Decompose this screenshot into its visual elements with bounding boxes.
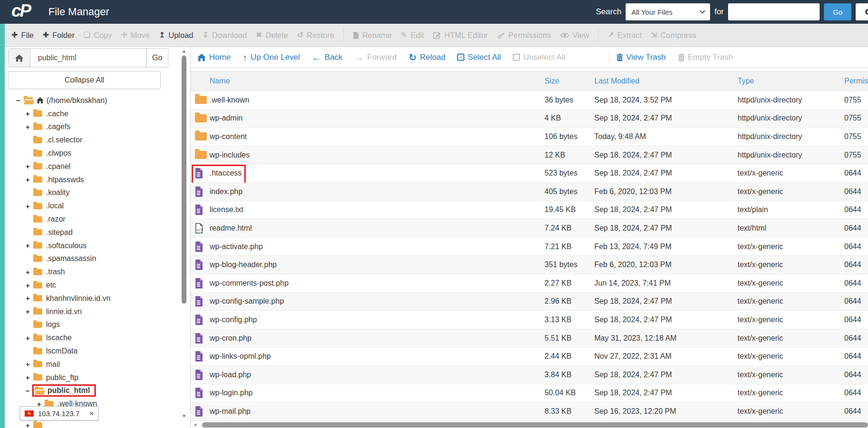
expand-toggle-icon[interactable]: + <box>26 373 33 381</box>
expand-toggle-icon[interactable]: + <box>26 162 33 170</box>
table-row-wp-admin[interactable]: wp-admin4 KBSep 18, 2024, 2:47 PMhttpd/u… <box>191 110 868 128</box>
nav-button-home[interactable]: Home <box>197 53 231 62</box>
file-name[interactable]: index.php <box>210 187 545 196</box>
file-name[interactable]: .htaccess <box>210 169 545 177</box>
tree-item-trash[interactable]: +.trash <box>5 265 181 279</box>
expand-toggle-icon[interactable]: + <box>26 281 33 289</box>
tree-item-logs[interactable]: logs <box>5 318 181 332</box>
column-header-type[interactable]: Type <box>738 77 844 85</box>
expand-toggle-icon[interactable]: + <box>26 110 33 118</box>
column-header-name[interactable]: Name <box>210 77 545 85</box>
close-icon[interactable]: × <box>89 409 94 418</box>
file-name[interactable]: wp-includes <box>210 151 545 159</box>
expand-toggle-icon[interactable]: + <box>26 360 33 368</box>
scrollbar-thumb[interactable] <box>202 422 868 428</box>
expand-toggle-icon[interactable]: + <box>26 307 33 316</box>
collapse-all-button[interactable]: Collapse All <box>8 71 161 89</box>
expand-toggle-icon[interactable]: + <box>26 421 33 428</box>
file-name[interactable]: wp-admin <box>210 114 545 122</box>
file-name[interactable]: wp-config-sample.php <box>210 297 545 306</box>
expand-toggle-icon[interactable]: + <box>26 268 33 276</box>
file-name[interactable]: readme.html <box>210 224 545 233</box>
file-name[interactable]: wp-load.php <box>210 371 545 379</box>
expand-toggle-icon[interactable]: + <box>26 242 33 250</box>
tree-item-local[interactable]: +.local <box>5 199 181 213</box>
file-name[interactable]: wp-links-opml.php <box>210 352 545 361</box>
file-name[interactable]: .well-known <box>210 96 545 104</box>
tree-item-cache[interactable]: +.cache <box>5 107 181 121</box>
tree-item-cl-selector[interactable]: .cl.selector <box>5 133 181 147</box>
scroll-left-icon[interactable]: ◄ <box>193 422 197 427</box>
tree-item-mail[interactable]: +mail <box>5 358 181 371</box>
search-go-button[interactable]: Go <box>824 3 851 20</box>
collapse-toggle-icon[interactable]: − <box>16 96 24 104</box>
path-input[interactable]: public_html <box>30 49 146 67</box>
tree-item-koality[interactable]: .koality <box>5 186 181 200</box>
expand-toggle-icon[interactable]: + <box>26 294 33 302</box>
nav-button-up-one-level[interactable]: ↑Up One Level <box>242 53 300 62</box>
scroll-down-icon[interactable]: ▼ <box>182 413 186 419</box>
path-home-button[interactable] <box>9 49 30 67</box>
tree-item-home-bknskhan[interactable]: −(/home/bknskhan) <box>5 94 181 107</box>
settings-button[interactable] <box>856 3 868 20</box>
expand-toggle-icon[interactable]: + <box>26 202 33 210</box>
horizontal-scrollbar[interactable]: ◄ <box>191 422 868 428</box>
tree-item-htpasswds[interactable]: +.htpasswds <box>5 173 181 186</box>
table-row-well-known[interactable]: .well-known36 bytesSep 18, 2024, 3:52 PM… <box>191 91 868 110</box>
nav-button-back[interactable]: ←Back <box>312 53 342 62</box>
column-header-modified[interactable]: Last Modified <box>594 77 738 85</box>
expand-toggle-icon[interactable]: + <box>26 176 33 184</box>
file-name[interactable]: license.txt <box>210 205 545 214</box>
table-row-index-php[interactable]: index.php405 bytesFeb 6, 2020, 12:03 PMt… <box>191 183 868 201</box>
toolbar-button-upload[interactable]: ↥Upload <box>159 31 194 40</box>
tree-item-khanhnvlinnie-id-vn[interactable]: +khanhnvlinnie.id.vn <box>5 292 181 305</box>
toolbar-button-folder[interactable]: ✚Folder <box>43 31 74 40</box>
tree-item-etc[interactable]: +etc <box>5 279 181 292</box>
table-row-wp-content[interactable]: wp-content106 bytesToday, 9:48 AMhttpd/u… <box>191 128 868 146</box>
tree-item-public-ftp[interactable]: +public_ftp <box>5 371 181 384</box>
column-header-size[interactable]: Size <box>545 77 594 85</box>
table-row-readme-html[interactable]: </>readme.html7.24 KBSep 18, 2024, 2:47 … <box>191 219 868 238</box>
scroll-up-icon[interactable]: ▲ <box>182 48 186 54</box>
file-name[interactable]: wp-login.php <box>210 389 545 397</box>
table-row-wp-mail-php[interactable]: wp-mail.php8.33 KBSep 16, 2023, 12:20 PM… <box>191 402 868 421</box>
nav-button-reload[interactable]: ↻Reload <box>408 53 445 62</box>
table-row-wp-links-opml-php[interactable]: wp-links-opml.php2.44 KBNov 27, 2022, 2:… <box>191 347 868 366</box>
table-row-wp-load-php[interactable]: wp-load.php3.84 KBSep 18, 2024, 2:47 PMt… <box>191 366 868 384</box>
scrollbar-thumb[interactable] <box>182 56 186 304</box>
tree-item-public-html[interactable]: −public_html <box>5 384 181 398</box>
nav-button-view-trash[interactable]: View Trash <box>617 53 666 62</box>
file-name[interactable]: wp-content <box>210 132 545 141</box>
table-row-wp-config-php[interactable]: wp-config.php3.13 KBSep 18, 2024, 2:47 P… <box>191 311 868 329</box>
tree-item-lscmdata[interactable]: lscmData <box>5 344 181 358</box>
search-input[interactable] <box>728 3 820 20</box>
table-row-wp-comments-post-php[interactable]: wp-comments-post.php2.27 KBJun 14, 2023,… <box>191 274 868 293</box>
nav-button-select-all[interactable]: ✓Select All <box>457 53 501 62</box>
search-scope-select[interactable]: All Your Files <box>626 3 710 20</box>
tree-item-partial[interactable]: + <box>26 421 46 428</box>
table-row-wp-config-sample-php[interactable]: wp-config-sample.php2.96 KBSep 18, 2024,… <box>191 293 868 311</box>
path-go-button[interactable]: Go <box>146 49 168 67</box>
file-name[interactable]: wp-cron.php <box>210 334 545 343</box>
tree-item-razor[interactable]: .razor <box>5 213 181 226</box>
column-header-permissions[interactable]: Permissions <box>844 77 868 85</box>
file-name[interactable]: wp-config.php <box>210 316 545 324</box>
tree-item-softaculous[interactable]: +.softaculous <box>5 239 181 252</box>
tree-item-linnie-id-vn[interactable]: +linnie.id.vn <box>5 305 181 318</box>
tree-item-sitepad[interactable]: .sitepad <box>5 226 181 239</box>
file-name[interactable]: wp-blog-header.php <box>210 261 545 269</box>
sidebar-scrollbar[interactable]: ▲ ▼ <box>180 47 188 428</box>
table-row-wp-includes[interactable]: wp-includes12 KBSep 18, 2024, 2:47 PMhtt… <box>191 146 868 165</box>
tree-item-cagefs[interactable]: +.cagefs <box>5 121 181 134</box>
table-row-htaccess[interactable]: .htaccess523 bytesSep 18, 2024, 2:47 PMt… <box>191 164 868 183</box>
tree-item-lscache[interactable]: +lscache <box>5 331 181 344</box>
file-name[interactable]: wp-mail.php <box>210 407 545 416</box>
tree-item-clwpos[interactable]: .clwpos <box>5 147 181 160</box>
table-row-license-txt[interactable]: license.txt19.45 KBSep 18, 2024, 2:47 PM… <box>191 201 868 220</box>
table-row-wp-cron-php[interactable]: wp-cron.php5.51 KBMay 31, 2023, 12:18 AM… <box>191 329 868 348</box>
tree-item-cpanel[interactable]: +.cpanel <box>5 160 181 173</box>
table-row-wp-activate-php[interactable]: wp-activate.php7.21 KBFeb 13, 2024, 7:49… <box>191 238 868 256</box>
table-row-wp-blog-header-php[interactable]: wp-blog-header.php351 bytesFeb 6, 2020, … <box>191 256 868 274</box>
tree-item-spamassassin[interactable]: .spamassassin <box>5 252 181 266</box>
table-row-wp-login-php[interactable]: wp-login.php50.04 KBSep 18, 2024, 2:47 P… <box>191 384 868 403</box>
